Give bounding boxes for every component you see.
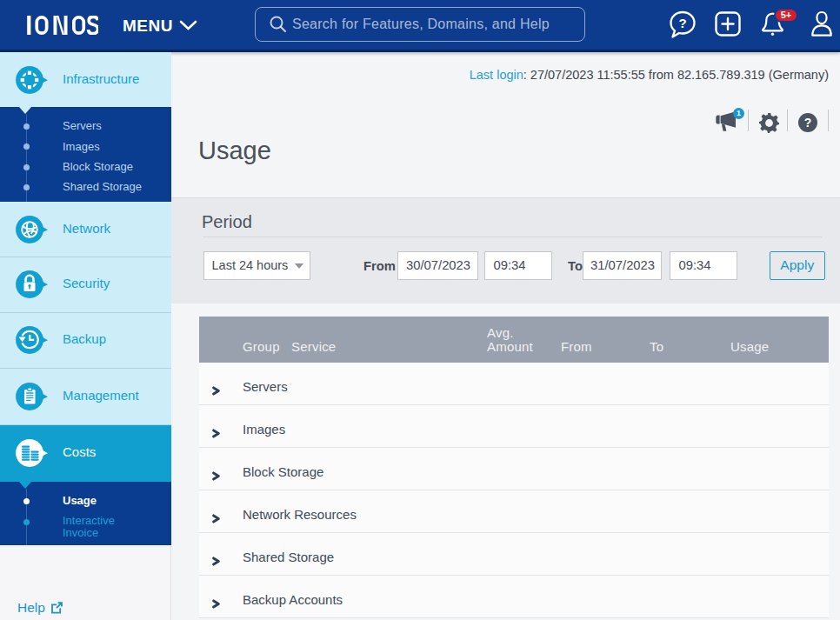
svg-text:?: ? <box>804 116 812 130</box>
